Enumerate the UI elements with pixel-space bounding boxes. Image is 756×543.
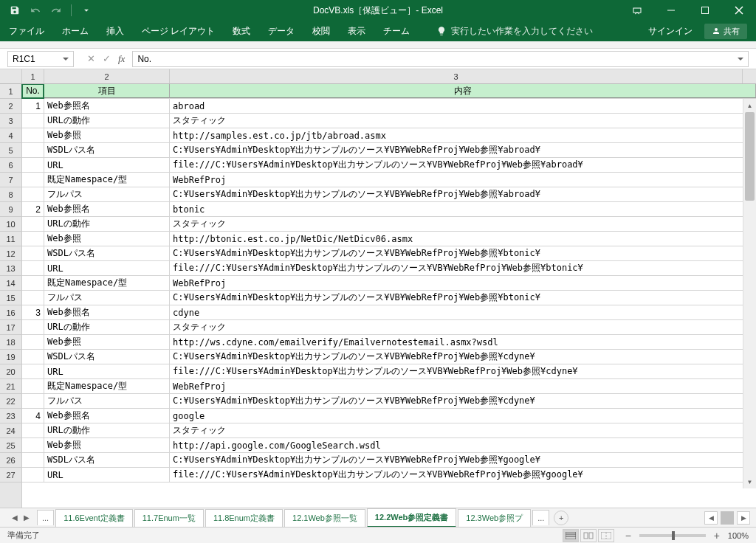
sheet-tab-5[interactable]: 12.2Web参照定義書 xyxy=(367,508,456,528)
row-header[interactable]: 23 xyxy=(0,409,21,423)
row-header[interactable]: 10 xyxy=(0,217,21,232)
row-header[interactable]: 1 xyxy=(0,84,21,99)
cell-item[interactable]: Web参照 xyxy=(44,438,170,452)
tab-review[interactable]: 校閲 xyxy=(312,25,330,38)
cell-item[interactable]: フルパス xyxy=(44,291,170,305)
cell-no[interactable] xyxy=(22,143,44,157)
cell-no[interactable] xyxy=(22,261,44,275)
cell-item[interactable]: Web参照名 xyxy=(44,409,170,423)
cell-item[interactable]: URLの動作 xyxy=(44,217,170,231)
row-header[interactable]: 5 xyxy=(0,143,21,158)
row-header[interactable]: 7 xyxy=(0,173,21,187)
sheet-tab-6[interactable]: 12.3Web参照プ xyxy=(458,509,531,527)
fx-icon[interactable]: fx xyxy=(118,53,125,65)
enter-formula-icon[interactable]: ✓ xyxy=(103,53,111,64)
row-header[interactable]: 26 xyxy=(0,453,21,468)
hscroll-left-icon[interactable]: ◀ xyxy=(704,511,718,525)
cell-content[interactable]: C:¥Users¥Admin¥Desktop¥出力サンプルのソース¥VB¥Web… xyxy=(170,143,756,157)
cell-content[interactable]: スタティック xyxy=(170,217,756,231)
cell-content[interactable]: スタティック xyxy=(170,114,756,128)
cell-content[interactable]: file:///C:¥Users¥Admin¥Desktop¥出力サンプルのソー… xyxy=(170,468,756,482)
cell-content[interactable]: http://api.google.com/GoogleSearch.wsdl xyxy=(170,438,756,452)
hscroll-right-icon[interactable]: ▶ xyxy=(737,511,750,525)
cell-item[interactable]: WSDLパス名 xyxy=(44,246,170,260)
tellme-search[interactable]: 実行したい作業を入力してください xyxy=(436,25,593,38)
tab-insert[interactable]: 挿入 xyxy=(106,25,124,38)
tab-formulas[interactable]: 数式 xyxy=(233,25,250,38)
cell-item[interactable]: Web参照名 xyxy=(44,305,170,319)
row-header[interactable]: 20 xyxy=(0,364,21,379)
tab-team[interactable]: チーム xyxy=(383,25,410,38)
cell-no[interactable] xyxy=(22,114,44,128)
cell-item[interactable]: 既定Namespace/型 xyxy=(44,173,170,187)
cell-no[interactable] xyxy=(22,423,44,437)
row-header[interactable]: 4 xyxy=(0,128,21,143)
cell-content[interactable]: WebRefProj xyxy=(170,379,756,393)
cell-no[interactable] xyxy=(22,453,44,467)
cell-item[interactable]: WSDLパス名 xyxy=(44,350,170,364)
cell-content[interactable]: C:¥Users¥Admin¥Desktop¥出力サンプルのソース¥VB¥Web… xyxy=(170,394,756,408)
row-header[interactable]: 19 xyxy=(0,350,21,364)
cell-item[interactable]: Web参照名 xyxy=(44,202,170,216)
cell-no[interactable] xyxy=(22,379,44,393)
tab-view[interactable]: 表示 xyxy=(348,25,365,38)
view-normal-icon[interactable] xyxy=(563,529,579,542)
cancel-formula-icon[interactable]: ✕ xyxy=(87,53,95,64)
sheet-tab-1[interactable]: 11.6Event定義書 xyxy=(55,509,133,527)
cell-content[interactable]: スタティック xyxy=(170,423,756,437)
save-icon[interactable] xyxy=(6,1,24,19)
row-header[interactable]: 25 xyxy=(0,438,21,453)
select-all-corner[interactable] xyxy=(0,69,22,83)
row-header[interactable]: 12 xyxy=(0,246,21,261)
sheet-tab-2[interactable]: 11.7Enum一覧 xyxy=(134,509,204,527)
cell-item[interactable]: 既定Namespace/型 xyxy=(44,276,170,290)
cell-content[interactable]: C:¥Users¥Admin¥Desktop¥出力サンプルのソース¥VB¥Web… xyxy=(170,187,756,201)
cell-content[interactable]: C:¥Users¥Admin¥Desktop¥出力サンプルのソース¥VB¥Web… xyxy=(170,291,756,305)
cell-no[interactable]: 3 xyxy=(22,305,44,319)
cell-item[interactable]: Web参照名 xyxy=(44,99,170,113)
zoom-out-button[interactable]: − xyxy=(623,530,633,542)
share-button[interactable]: 共有 xyxy=(704,24,747,39)
cell-content[interactable]: file:///C:¥Users¥Admin¥Desktop¥出力サンプルのソー… xyxy=(170,158,756,172)
cell-item[interactable]: フルパス xyxy=(44,394,170,408)
col-header-2[interactable]: 2 xyxy=(44,69,170,83)
minimize-icon[interactable] xyxy=(654,0,688,21)
row-header[interactable]: 8 xyxy=(0,187,21,202)
cell-content[interactable]: http://samples.est.co.jp/jtb/abroad.asmx xyxy=(170,128,756,142)
row-header[interactable]: 17 xyxy=(0,320,21,335)
cell-no[interactable] xyxy=(22,438,44,452)
cell-content[interactable]: C:¥Users¥Admin¥Desktop¥出力サンプルのソース¥VB¥Web… xyxy=(170,453,756,467)
cell-no[interactable] xyxy=(22,173,44,187)
cell-content[interactable]: file:///C:¥Users¥Admin¥Desktop¥出力サンプルのソー… xyxy=(170,261,756,275)
cell-no[interactable]: 2 xyxy=(22,202,44,216)
col-header-3[interactable]: 3 xyxy=(170,69,743,83)
cell-item[interactable]: フルパス xyxy=(44,187,170,201)
col-header-1[interactable]: 1 xyxy=(22,69,44,83)
cell-item[interactable]: 既定Namespace/型 xyxy=(44,379,170,393)
cell-no[interactable] xyxy=(22,468,44,482)
cell-content[interactable]: btonic xyxy=(170,202,756,216)
cell-item[interactable]: URL xyxy=(44,364,170,378)
signin-link[interactable]: サインイン xyxy=(648,25,693,38)
cell-no[interactable] xyxy=(22,291,44,305)
cell-content[interactable]: C:¥Users¥Admin¥Desktop¥出力サンプルのソース¥VB¥Web… xyxy=(170,350,756,364)
ribbon-options-icon[interactable] xyxy=(620,0,654,21)
row-header[interactable]: 13 xyxy=(0,261,21,276)
cell-content[interactable]: WebRefProj xyxy=(170,276,756,290)
tab-nav-next-icon[interactable]: ▶ xyxy=(24,513,30,522)
name-box[interactable]: R1C1 xyxy=(7,51,74,67)
sheet-tab-3[interactable]: 11.8Enum定義書 xyxy=(205,509,283,527)
row-header[interactable]: 27 xyxy=(0,468,21,483)
cell-item[interactable]: URL xyxy=(44,468,170,482)
header-content[interactable]: 内容 xyxy=(170,84,756,98)
tab-pagelayout[interactable]: ページ レイアウト xyxy=(142,25,215,38)
cell-content[interactable]: http://btonic.est.co.jp/NetDic/NetDicv06… xyxy=(170,232,756,246)
cell-content[interactable]: WebRefProj xyxy=(170,173,756,187)
cell-no[interactable] xyxy=(22,232,44,246)
scroll-thumb[interactable] xyxy=(745,112,755,201)
sheet-tab-more-left[interactable]: ... xyxy=(37,510,54,525)
scroll-down-icon[interactable]: ▼ xyxy=(743,475,756,488)
zoom-in-button[interactable]: + xyxy=(712,530,722,542)
cell-item[interactable]: URLの動作 xyxy=(44,320,170,334)
vertical-scrollbar[interactable]: ▲ ▼ xyxy=(743,99,756,488)
